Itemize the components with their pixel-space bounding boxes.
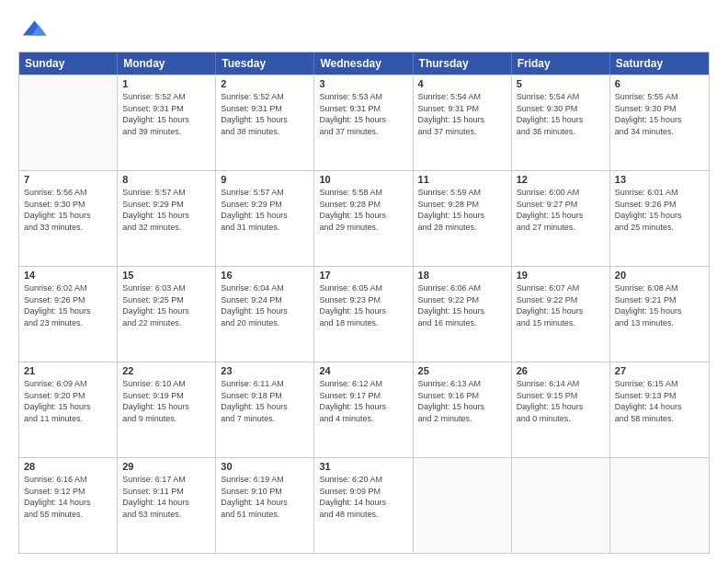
- day-info: Sunrise: 6:09 AM Sunset: 9:20 PM Dayligh…: [24, 378, 112, 424]
- day-info: Sunrise: 5:55 AM Sunset: 9:30 PM Dayligh…: [615, 91, 704, 137]
- day-number: 12: [517, 174, 605, 185]
- calendar-cell: 3Sunrise: 5:53 AM Sunset: 9:31 PM Daylig…: [314, 75, 413, 170]
- calendar-week: 28Sunrise: 6:16 AM Sunset: 9:12 PM Dayli…: [19, 457, 709, 553]
- day-info: Sunrise: 6:02 AM Sunset: 9:26 PM Dayligh…: [24, 282, 112, 328]
- day-info: Sunrise: 5:57 AM Sunset: 9:29 PM Dayligh…: [221, 187, 309, 233]
- day-number: 10: [319, 174, 407, 185]
- calendar-cell: 16Sunrise: 6:04 AM Sunset: 9:24 PM Dayli…: [216, 267, 314, 362]
- day-info: Sunrise: 6:05 AM Sunset: 9:23 PM Dayligh…: [319, 282, 407, 328]
- day-info: Sunrise: 5:59 AM Sunset: 9:28 PM Dayligh…: [418, 187, 506, 233]
- calendar-cell: 10Sunrise: 5:58 AM Sunset: 9:28 PM Dayli…: [314, 171, 413, 266]
- day-number: 4: [418, 78, 506, 89]
- calendar-cell: 27Sunrise: 6:15 AM Sunset: 9:13 PM Dayli…: [610, 362, 709, 457]
- calendar-header-cell: Tuesday: [216, 52, 314, 75]
- day-number: 5: [517, 78, 605, 89]
- calendar-header-cell: Monday: [118, 52, 216, 75]
- calendar-header-row: SundayMondayTuesdayWednesdayThursdayFrid…: [19, 52, 709, 75]
- calendar-cell: 14Sunrise: 6:02 AM Sunset: 9:26 PM Dayli…: [19, 267, 118, 362]
- day-info: Sunrise: 6:19 AM Sunset: 9:10 PM Dayligh…: [221, 474, 309, 520]
- day-number: 3: [319, 78, 407, 89]
- day-number: 27: [615, 365, 704, 376]
- day-number: 20: [615, 270, 704, 281]
- calendar-cell: 25Sunrise: 6:13 AM Sunset: 9:16 PM Dayli…: [414, 362, 512, 457]
- day-info: Sunrise: 6:08 AM Sunset: 9:21 PM Dayligh…: [615, 282, 704, 328]
- calendar-cell: 19Sunrise: 6:07 AM Sunset: 9:22 PM Dayli…: [512, 267, 610, 362]
- day-number: 31: [319, 461, 407, 472]
- calendar-cell: 17Sunrise: 6:05 AM Sunset: 9:23 PM Dayli…: [314, 267, 413, 362]
- calendar-header-cell: Wednesday: [314, 52, 413, 75]
- day-number: 21: [24, 365, 112, 376]
- day-info: Sunrise: 6:06 AM Sunset: 9:22 PM Dayligh…: [418, 282, 506, 328]
- calendar-cell: 13Sunrise: 6:01 AM Sunset: 9:26 PM Dayli…: [610, 171, 709, 266]
- day-number: 22: [122, 365, 210, 376]
- day-info: Sunrise: 5:52 AM Sunset: 9:31 PM Dayligh…: [221, 91, 309, 137]
- day-number: 8: [122, 174, 210, 185]
- calendar-cell: [610, 458, 709, 553]
- day-number: 13: [615, 174, 704, 185]
- day-info: Sunrise: 5:58 AM Sunset: 9:28 PM Dayligh…: [319, 187, 407, 233]
- logo-icon: [18, 15, 48, 44]
- calendar-cell: 21Sunrise: 6:09 AM Sunset: 9:20 PM Dayli…: [19, 362, 118, 457]
- day-number: 9: [221, 174, 309, 185]
- calendar-header-cell: Friday: [512, 52, 610, 75]
- calendar-cell: 15Sunrise: 6:03 AM Sunset: 9:25 PM Dayli…: [118, 267, 216, 362]
- calendar-cell: [19, 75, 118, 170]
- day-number: 23: [221, 365, 309, 376]
- day-number: 18: [418, 270, 506, 281]
- header: [18, 15, 710, 44]
- calendar-cell: 31Sunrise: 6:20 AM Sunset: 9:09 PM Dayli…: [314, 458, 413, 553]
- calendar-cell: 30Sunrise: 6:19 AM Sunset: 9:10 PM Dayli…: [216, 458, 314, 553]
- day-number: 16: [221, 270, 309, 281]
- calendar-week: 7Sunrise: 5:56 AM Sunset: 9:30 PM Daylig…: [19, 170, 709, 266]
- day-info: Sunrise: 6:01 AM Sunset: 9:26 PM Dayligh…: [615, 187, 704, 233]
- calendar-week: 14Sunrise: 6:02 AM Sunset: 9:26 PM Dayli…: [19, 266, 709, 362]
- day-info: Sunrise: 6:20 AM Sunset: 9:09 PM Dayligh…: [319, 474, 407, 520]
- calendar-header-cell: Saturday: [610, 52, 709, 75]
- day-info: Sunrise: 6:03 AM Sunset: 9:25 PM Dayligh…: [122, 282, 210, 328]
- day-info: Sunrise: 6:10 AM Sunset: 9:19 PM Dayligh…: [122, 378, 210, 424]
- calendar-cell: [512, 458, 610, 553]
- day-info: Sunrise: 5:54 AM Sunset: 9:30 PM Dayligh…: [517, 91, 605, 137]
- calendar: SundayMondayTuesdayWednesdayThursdayFrid…: [18, 52, 710, 554]
- day-number: 14: [24, 270, 112, 281]
- day-number: 11: [418, 174, 506, 185]
- calendar-body: 1Sunrise: 5:52 AM Sunset: 9:31 PM Daylig…: [19, 75, 709, 553]
- day-number: 26: [517, 365, 605, 376]
- day-info: Sunrise: 5:52 AM Sunset: 9:31 PM Dayligh…: [122, 91, 210, 137]
- day-info: Sunrise: 5:54 AM Sunset: 9:31 PM Dayligh…: [418, 91, 506, 137]
- day-number: 30: [221, 461, 309, 472]
- day-number: 29: [122, 461, 210, 472]
- day-info: Sunrise: 5:53 AM Sunset: 9:31 PM Dayligh…: [319, 91, 407, 137]
- calendar-cell: 8Sunrise: 5:57 AM Sunset: 9:29 PM Daylig…: [118, 171, 216, 266]
- calendar-cell: 4Sunrise: 5:54 AM Sunset: 9:31 PM Daylig…: [414, 75, 512, 170]
- calendar-header-cell: Sunday: [19, 52, 118, 75]
- day-info: Sunrise: 6:12 AM Sunset: 9:17 PM Dayligh…: [319, 378, 407, 424]
- calendar-cell: 22Sunrise: 6:10 AM Sunset: 9:19 PM Dayli…: [118, 362, 216, 457]
- calendar-cell: 18Sunrise: 6:06 AM Sunset: 9:22 PM Dayli…: [414, 267, 512, 362]
- day-info: Sunrise: 5:57 AM Sunset: 9:29 PM Dayligh…: [122, 187, 210, 233]
- calendar-cell: 2Sunrise: 5:52 AM Sunset: 9:31 PM Daylig…: [216, 75, 314, 170]
- logo: [18, 15, 51, 44]
- page: SundayMondayTuesdayWednesdayThursdayFrid…: [0, 0, 728, 563]
- calendar-week: 1Sunrise: 5:52 AM Sunset: 9:31 PM Daylig…: [19, 75, 709, 170]
- day-number: 28: [24, 461, 112, 472]
- calendar-cell: 28Sunrise: 6:16 AM Sunset: 9:12 PM Dayli…: [19, 458, 118, 553]
- day-number: 19: [517, 270, 605, 281]
- calendar-cell: 29Sunrise: 6:17 AM Sunset: 9:11 PM Dayli…: [118, 458, 216, 553]
- calendar-cell: 12Sunrise: 6:00 AM Sunset: 9:27 PM Dayli…: [512, 171, 610, 266]
- day-number: 17: [319, 270, 407, 281]
- day-info: Sunrise: 6:04 AM Sunset: 9:24 PM Dayligh…: [221, 282, 309, 328]
- calendar-cell: 9Sunrise: 5:57 AM Sunset: 9:29 PM Daylig…: [216, 171, 314, 266]
- calendar-cell: 5Sunrise: 5:54 AM Sunset: 9:30 PM Daylig…: [512, 75, 610, 170]
- day-info: Sunrise: 6:13 AM Sunset: 9:16 PM Dayligh…: [418, 378, 506, 424]
- day-info: Sunrise: 6:07 AM Sunset: 9:22 PM Dayligh…: [517, 282, 605, 328]
- calendar-cell: 11Sunrise: 5:59 AM Sunset: 9:28 PM Dayli…: [414, 171, 512, 266]
- day-info: Sunrise: 6:00 AM Sunset: 9:27 PM Dayligh…: [517, 187, 605, 233]
- day-info: Sunrise: 6:15 AM Sunset: 9:13 PM Dayligh…: [615, 378, 704, 424]
- day-number: 7: [24, 174, 112, 185]
- calendar-cell: 6Sunrise: 5:55 AM Sunset: 9:30 PM Daylig…: [610, 75, 709, 170]
- calendar-cell: 1Sunrise: 5:52 AM Sunset: 9:31 PM Daylig…: [118, 75, 216, 170]
- day-info: Sunrise: 5:56 AM Sunset: 9:30 PM Dayligh…: [24, 187, 112, 233]
- day-info: Sunrise: 6:16 AM Sunset: 9:12 PM Dayligh…: [24, 474, 112, 520]
- day-number: 6: [615, 78, 704, 89]
